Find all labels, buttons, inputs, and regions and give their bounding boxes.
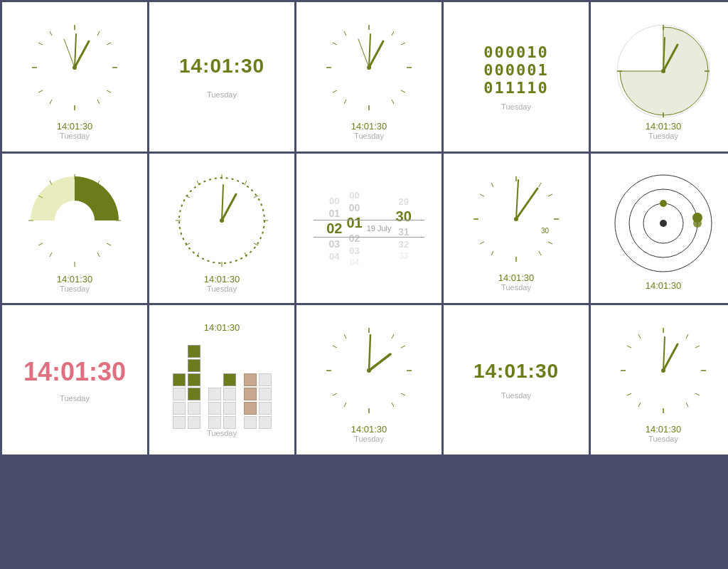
pink-time-display: 14:01:30 <box>23 357 126 387</box>
bar-seg <box>223 373 236 386</box>
time-label-1: 14:01:30 <box>57 121 93 132</box>
svg-line-74 <box>548 194 552 196</box>
svg-line-97 <box>401 346 405 348</box>
bar-seg <box>173 388 186 400</box>
bar-group-m-units <box>223 344 236 429</box>
bar-seg <box>259 373 272 386</box>
svg-line-101 <box>344 403 346 407</box>
day-label-11: Tuesday <box>60 394 90 403</box>
analog-clock-3: 30 <box>463 166 569 272</box>
bar-seg <box>208 416 221 429</box>
cell-analog-4: 14:01:30 Tuesday <box>296 305 441 454</box>
arc-clock <box>606 14 720 128</box>
day-label-12: Tuesday <box>207 429 237 437</box>
svg-line-24 <box>333 90 337 92</box>
time-label-6: 14:01:30 <box>57 274 93 284</box>
half-pie-clock <box>18 164 132 277</box>
time-label-13: 14:01:30 <box>351 424 387 435</box>
svg-line-115 <box>627 393 631 395</box>
svg-line-120 <box>663 337 665 371</box>
day-label-2: Tuesday <box>207 90 237 99</box>
svg-line-27 <box>401 90 405 92</box>
day-label-9: Tuesday <box>501 283 531 292</box>
cell-analog-2: 14:01:30 Tuesday <box>296 2 441 151</box>
analog-clock-2 <box>316 14 422 121</box>
svg-line-48 <box>38 243 43 245</box>
scroll-m1: 00 <box>349 202 360 213</box>
svg-line-81 <box>516 188 537 219</box>
svg-point-84 <box>514 217 518 221</box>
time-label-5: 14:01:30 <box>646 121 682 132</box>
cell-half-pie: 14:01:30 Tuesday <box>2 154 147 303</box>
svg-line-6 <box>50 31 52 36</box>
day-label-15: Tuesday <box>648 435 678 443</box>
cell-analog-5: 14:01:30 Tuesday <box>591 305 728 454</box>
svg-line-13 <box>75 34 76 68</box>
bar-seg <box>188 359 200 372</box>
svg-line-102 <box>392 403 394 407</box>
svg-line-11 <box>107 90 111 92</box>
day-label-13: Tuesday <box>354 435 384 443</box>
svg-text:30: 30 <box>541 227 550 235</box>
cell-digital-large: 14:01:30 Tuesday <box>149 2 294 151</box>
svg-line-29 <box>369 34 370 68</box>
day-label-5: Tuesday <box>648 132 678 140</box>
svg-line-75 <box>491 183 493 187</box>
day-label-3: Tuesday <box>354 132 384 140</box>
svg-line-113 <box>638 334 641 339</box>
svg-line-100 <box>333 393 337 395</box>
svg-line-114 <box>627 346 631 348</box>
cell-dotted: 14:01:30 Tuesday <box>149 154 294 303</box>
scroll-h-selected: 02 <box>326 220 342 237</box>
svg-line-21 <box>401 43 405 45</box>
scroll-s4: 33 <box>399 251 408 261</box>
cell-bar-chart: 14:01:30 <box>149 305 294 454</box>
svg-line-119 <box>663 344 678 371</box>
scroll-m5: 04 <box>350 257 359 267</box>
bar-group-s-units <box>259 344 272 429</box>
scroll-s0: 29 <box>398 196 408 207</box>
svg-point-106 <box>367 368 371 373</box>
bar-seg <box>259 388 272 400</box>
time-label-9: 14:01:30 <box>498 272 535 283</box>
scroll-s3: 32 <box>398 239 408 250</box>
time-label-15: 14:01:30 <box>646 424 682 435</box>
svg-line-28 <box>369 41 383 68</box>
scroll-h0: 00 <box>329 196 339 206</box>
svg-line-14 <box>64 39 75 68</box>
svg-point-121 <box>661 368 665 373</box>
svg-point-31 <box>367 65 371 70</box>
binary-hours: 000010 <box>483 43 548 61</box>
svg-line-104 <box>369 335 370 371</box>
svg-line-4 <box>97 31 100 36</box>
svg-line-7 <box>38 43 43 45</box>
time-label-12: 14:01:30 <box>204 322 240 333</box>
cell-scroll: 00 01 02 03 04 00 00 01 02 03 04 19 <box>296 154 441 303</box>
bar-seg <box>223 402 236 415</box>
svg-point-15 <box>73 65 77 70</box>
svg-line-49 <box>50 252 52 257</box>
day-label-4: Tuesday <box>501 102 531 111</box>
binary-seconds: 011110 <box>483 79 548 97</box>
orbit-clock <box>606 166 720 280</box>
svg-line-103 <box>401 393 405 395</box>
bar-seg <box>259 416 272 429</box>
cell-orbit: 14:01:30 <box>591 154 728 303</box>
svg-line-22 <box>344 31 346 36</box>
svg-line-8 <box>38 90 43 92</box>
svg-line-23 <box>333 43 337 45</box>
bar-seg <box>244 416 257 429</box>
scroll-h1: 01 <box>329 208 341 219</box>
bar-seg <box>188 402 200 415</box>
cell-digital-yellow: 14:01:30 Tuesday <box>444 305 589 454</box>
binary-display: 000010 000001 011110 <box>483 43 548 97</box>
bar-chart-container <box>173 336 272 429</box>
scroll-date: 19 July <box>367 224 392 233</box>
digital-time-yellow: 14:01:30 <box>473 360 559 383</box>
bar-seg <box>188 373 200 386</box>
svg-line-96 <box>392 334 394 339</box>
svg-line-51 <box>107 243 111 245</box>
day-label-1: Tuesday <box>60 132 90 140</box>
bar-seg <box>208 388 221 400</box>
svg-line-112 <box>695 346 700 348</box>
